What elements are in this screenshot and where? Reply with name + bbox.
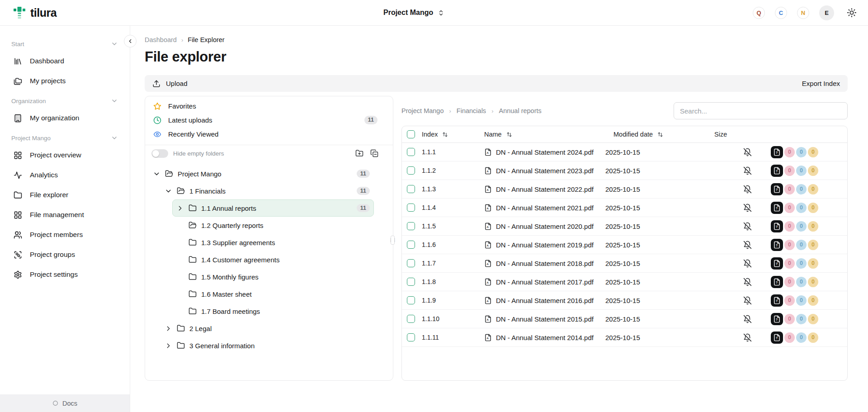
chevron-right-icon[interactable] bbox=[165, 342, 172, 350]
docs-link[interactable]: Docs bbox=[0, 394, 130, 412]
tree-item-1-1-annual-reports[interactable]: 1.1 Annual reports11 bbox=[172, 199, 374, 217]
table-row[interactable]: 1.1.7 ADN - Annual Statement 2018.pdf 20… bbox=[402, 254, 847, 273]
collapse-folders-icon[interactable] bbox=[370, 149, 378, 157]
bell-off-icon[interactable] bbox=[743, 166, 752, 175]
bell-off-icon[interactable] bbox=[743, 185, 752, 194]
sidebar-item-my-organization[interactable]: My organization bbox=[0, 108, 130, 128]
blue-count-badge[interactable]: 0 bbox=[796, 332, 807, 343]
crumb-annual-reports[interactable]: Annual reports bbox=[499, 107, 541, 114]
yellow-count-badge[interactable]: 0 bbox=[808, 184, 818, 194]
tree-item-1-2-quarterly-reports[interactable]: 1.2 Quarterly reports bbox=[172, 217, 374, 234]
sidebar-item-project-members[interactable]: Project members bbox=[0, 225, 130, 245]
bell-off-icon[interactable] bbox=[743, 315, 752, 323]
bell-off-icon[interactable] bbox=[743, 296, 752, 305]
sidebar-item-project-overview[interactable]: Project overview bbox=[0, 145, 130, 165]
table-row[interactable]: 1.1.6 ADN - Annual Statement 2019.pdf 20… bbox=[402, 236, 847, 254]
sidebar-item-my-projects[interactable]: My projects bbox=[0, 71, 130, 91]
hide-empty-folders-toggle[interactable] bbox=[151, 149, 168, 158]
file-question-badge[interactable]: ? bbox=[771, 331, 783, 344]
tree-item-1-4-customer-agreements[interactable]: 1.4 Customer agreements bbox=[172, 251, 374, 268]
column-header-index[interactable]: Index bbox=[422, 131, 484, 138]
table-row[interactable]: 1.1.5 ADN - Annual Statement 2020.pdf 20… bbox=[402, 217, 847, 236]
sort-arrows-icon[interactable] bbox=[442, 131, 448, 138]
file-question-badge[interactable]: ? bbox=[771, 146, 783, 158]
file-question-badge[interactable]: ? bbox=[771, 220, 783, 232]
name-cell[interactable]: ADN - Annual Statement 2022.pdf bbox=[484, 185, 605, 193]
yellow-count-badge[interactable]: 0 bbox=[808, 332, 818, 343]
chevron-right-icon[interactable] bbox=[176, 204, 184, 212]
sort-arrows-icon[interactable] bbox=[657, 131, 664, 138]
column-header-modified[interactable]: Modified date bbox=[605, 131, 707, 138]
column-header-size[interactable]: Size bbox=[707, 131, 738, 138]
avatar-c[interactable]: C bbox=[775, 7, 787, 19]
blue-count-badge[interactable]: 0 bbox=[796, 314, 807, 324]
yellow-count-badge[interactable]: 0 bbox=[808, 203, 818, 213]
blue-count-badge[interactable]: 0 bbox=[796, 166, 807, 176]
pink-count-badge[interactable]: 0 bbox=[784, 258, 795, 269]
yellow-count-badge[interactable]: 0 bbox=[808, 221, 818, 232]
file-question-badge[interactable]: ? bbox=[771, 239, 783, 251]
name-cell[interactable]: ADN - Annual Statement 2015.pdf bbox=[484, 315, 605, 323]
pink-count-badge[interactable]: 0 bbox=[784, 184, 795, 194]
pink-count-badge[interactable]: 0 bbox=[784, 240, 795, 250]
name-cell[interactable]: ADN - Annual Statement 2014.pdf bbox=[484, 334, 605, 341]
quick-link-latest-uploads[interactable]: Latest uploads11 bbox=[145, 113, 393, 127]
name-cell[interactable]: ADN - Annual Statement 2017.pdf bbox=[484, 278, 605, 286]
table-row[interactable]: 1.1.2 ADN - Annual Statement 2023.pdf 20… bbox=[402, 161, 847, 180]
row-checkbox[interactable] bbox=[407, 259, 415, 267]
blue-count-badge[interactable]: 0 bbox=[796, 277, 807, 287]
quick-link-favorites[interactable]: Favorites bbox=[145, 99, 393, 113]
sidebar-section-start[interactable]: Start bbox=[0, 37, 130, 51]
yellow-count-badge[interactable]: 0 bbox=[808, 277, 818, 287]
row-checkbox[interactable] bbox=[407, 185, 415, 193]
yellow-count-badge[interactable]: 0 bbox=[808, 258, 818, 269]
yellow-count-badge[interactable]: 0 bbox=[808, 240, 818, 250]
export-index-button[interactable]: Export Index bbox=[802, 80, 840, 87]
column-header-name[interactable]: Name bbox=[484, 131, 605, 138]
tree-item-project-mango[interactable]: Project Mango11 bbox=[149, 165, 374, 182]
folder-plus-icon[interactable] bbox=[355, 149, 363, 157]
tree-item-1-6-master-sheet[interactable]: 1.6 Master sheet bbox=[172, 285, 374, 303]
pink-count-badge[interactable]: 0 bbox=[784, 147, 795, 157]
row-checkbox[interactable] bbox=[407, 204, 415, 212]
bell-off-icon[interactable] bbox=[743, 204, 752, 212]
name-cell[interactable]: ADN - Annual Statement 2018.pdf bbox=[484, 260, 605, 267]
table-row[interactable]: 1.1.8 ADN - Annual Statement 2017.pdf 20… bbox=[402, 273, 847, 291]
bell-off-icon[interactable] bbox=[743, 222, 752, 231]
sidebar-section-project-mango[interactable]: Project Mango bbox=[0, 131, 130, 145]
pink-count-badge[interactable]: 0 bbox=[784, 277, 795, 287]
file-question-badge[interactable]: ? bbox=[771, 202, 783, 214]
project-selector[interactable]: Project Mango bbox=[383, 0, 444, 25]
pink-count-badge[interactable]: 0 bbox=[784, 295, 795, 306]
chevron-right-icon[interactable] bbox=[165, 325, 172, 332]
file-question-badge[interactable]: ? bbox=[771, 294, 783, 307]
file-question-badge[interactable]: ? bbox=[771, 165, 783, 177]
name-cell[interactable]: ADN - Annual Statement 2023.pdf bbox=[484, 167, 605, 175]
blue-count-badge[interactable]: 0 bbox=[796, 295, 807, 306]
crumb-financials[interactable]: Financials bbox=[457, 107, 486, 114]
row-checkbox[interactable] bbox=[407, 315, 415, 323]
blue-count-badge[interactable]: 0 bbox=[796, 147, 807, 157]
file-question-badge[interactable]: ? bbox=[771, 313, 783, 325]
sidebar-item-file-explorer[interactable]: File explorer bbox=[0, 185, 130, 205]
sidebar-item-analytics[interactable]: Analytics bbox=[0, 165, 130, 185]
table-row[interactable]: 1.1.1 ADN - Annual Statement 2024.pdf 20… bbox=[402, 143, 847, 161]
avatar-q[interactable]: Q bbox=[753, 7, 765, 19]
name-cell[interactable]: ADN - Annual Statement 2019.pdf bbox=[484, 241, 605, 249]
search-input[interactable] bbox=[674, 102, 848, 119]
yellow-count-badge[interactable]: 0 bbox=[808, 166, 818, 176]
pink-count-badge[interactable]: 0 bbox=[784, 332, 795, 343]
table-row[interactable]: 1.1.3 ADN - Annual Statement 2022.pdf 20… bbox=[402, 180, 847, 199]
file-question-badge[interactable]: ? bbox=[771, 183, 783, 195]
tree-item-2-legal[interactable]: 2 Legal bbox=[160, 320, 374, 337]
file-question-badge[interactable]: ? bbox=[771, 276, 783, 288]
blue-count-badge[interactable]: 0 bbox=[796, 258, 807, 269]
quick-link-recently-viewed[interactable]: Recently Viewed bbox=[145, 127, 393, 141]
bell-off-icon[interactable] bbox=[743, 278, 752, 286]
sidebar-item-dashboard[interactable]: Dashboard bbox=[0, 51, 130, 71]
chevron-down-icon[interactable] bbox=[153, 170, 160, 178]
pink-count-badge[interactable]: 0 bbox=[784, 221, 795, 232]
breadcrumb-dashboard[interactable]: Dashboard bbox=[145, 36, 177, 43]
row-checkbox[interactable] bbox=[407, 333, 415, 341]
crumb-project-mango[interactable]: Project Mango bbox=[401, 107, 444, 114]
